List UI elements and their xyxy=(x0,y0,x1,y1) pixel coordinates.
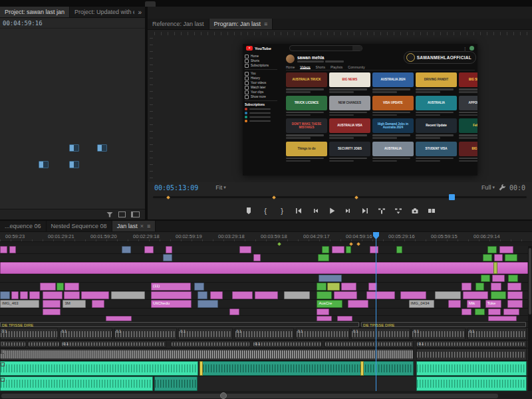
timeline-clip[interactable] xyxy=(334,291,357,299)
scrollbar-handle[interactable] xyxy=(529,248,531,315)
timeline-clip[interactable] xyxy=(494,254,503,261)
timeline-clip[interactable]: 0.1 xyxy=(351,328,410,340)
timeline-clip[interactable]: 0.1 xyxy=(467,328,527,340)
timeline-clip[interactable]: DE TPISSE DIRE xyxy=(361,322,526,327)
timeline-clip[interactable] xyxy=(0,246,7,253)
timeline-clip[interactable] xyxy=(507,300,523,308)
panel-menu-icon[interactable]: ≡ xyxy=(264,21,267,27)
panel-menu-icon[interactable]: ≡ xyxy=(147,223,150,229)
scrollbar-handle[interactable] xyxy=(1,394,498,398)
timeline-clip[interactable] xyxy=(81,291,108,299)
timeline-clip[interactable]: Toke xyxy=(485,300,502,308)
timeline-clip[interactable] xyxy=(463,291,489,299)
timeline-clip[interactable] xyxy=(154,376,198,391)
timeline-clip[interactable] xyxy=(396,246,403,253)
timeline-clip[interactable] xyxy=(239,246,251,253)
go-to-in-button[interactable] xyxy=(294,206,303,215)
timeline-clip[interactable] xyxy=(416,348,527,360)
timeline-clip[interactable]: 3M xyxy=(63,300,86,308)
timeline-clip[interactable] xyxy=(28,340,60,348)
timeline-clip[interactable]: 0.1 xyxy=(0,328,58,340)
timeline-clip[interactable] xyxy=(346,246,351,253)
timeline-clip[interactable]: 0.1 xyxy=(412,328,466,340)
program-scrubber[interactable] xyxy=(148,193,532,201)
timeline-clip[interactable] xyxy=(488,316,517,321)
timeline-tab[interactable]: ...equence 06 xyxy=(0,221,47,231)
timeline-clip[interactable] xyxy=(488,309,501,315)
mark-out-button[interactable]: } xyxy=(277,206,287,215)
timeline-clip[interactable] xyxy=(200,361,203,376)
zoom-knob[interactable] xyxy=(220,392,227,399)
timeline-clip[interactable] xyxy=(144,246,154,253)
timeline-clip[interactable]: UltChedu xyxy=(151,300,192,308)
timeline-playhead[interactable] xyxy=(376,232,376,391)
timeline-clip[interactable]: DE TPISSE DIRE xyxy=(0,322,359,327)
timeline-clip[interactable] xyxy=(43,309,61,315)
program-playhead-handle[interactable] xyxy=(449,194,455,200)
timeline-clip[interactable] xyxy=(253,254,261,261)
timeline-clip[interactable] xyxy=(508,275,518,282)
settings-wrench-icon[interactable] xyxy=(497,184,507,192)
timeline-clip[interactable] xyxy=(43,300,61,308)
sequence-marker[interactable] xyxy=(349,242,353,246)
timeline-clip[interactable] xyxy=(64,291,80,299)
timeline-horizontal-scrollbar[interactable] xyxy=(1,392,524,399)
playback-resolution-select[interactable]: Full ▾ xyxy=(481,184,495,191)
timeline-clip[interactable] xyxy=(317,291,332,299)
timeline-clip[interactable] xyxy=(492,275,505,282)
timeline-clip[interactable]: 0.1 xyxy=(60,328,112,340)
timeline-clip[interactable] xyxy=(65,283,79,291)
timeline-clip[interactable] xyxy=(111,291,145,299)
timeline-vertical-scrollbar[interactable] xyxy=(528,246,532,391)
timeline-clip[interactable] xyxy=(499,246,513,253)
timeline-clip[interactable] xyxy=(462,309,471,315)
comparison-view-button[interactable] xyxy=(427,206,436,215)
timeline-clip[interactable] xyxy=(92,300,104,308)
timeline-clip[interactable] xyxy=(194,283,204,291)
timeline-clip[interactable] xyxy=(106,316,132,321)
timeline-clip[interactable] xyxy=(448,300,461,308)
sequence-marker[interactable] xyxy=(277,242,281,246)
step-back-button[interactable] xyxy=(311,206,320,215)
timeline-clip[interactable] xyxy=(360,361,364,376)
add-marker-button[interactable] xyxy=(244,206,253,215)
timeline-clip[interactable] xyxy=(325,340,414,348)
timeline-clip[interactable] xyxy=(493,262,497,274)
new-item-icon[interactable] xyxy=(131,211,140,217)
timeline-clip[interactable] xyxy=(43,291,63,299)
project-tab[interactable]: Project: sawan last jan xyxy=(0,7,70,17)
timeline-clip[interactable] xyxy=(481,275,490,282)
timeline-clip[interactable] xyxy=(505,254,517,261)
timeline-clip[interactable] xyxy=(198,291,207,299)
timeline-clip[interactable]: 0.1 xyxy=(253,340,321,348)
project-tab[interactable]: Project: Updated with extra line xyxy=(70,7,134,17)
step-forward-button[interactable] xyxy=(344,206,353,215)
timeline-clip[interactable] xyxy=(229,309,239,315)
timeline-clip[interactable] xyxy=(122,246,131,253)
close-tab-icon[interactable]: × xyxy=(140,223,144,229)
timeline-clip[interactable]: 0.1 xyxy=(416,340,527,348)
timeline-clip[interactable] xyxy=(487,246,497,253)
clip-icon[interactable] xyxy=(97,144,107,152)
timeline-clip[interactable]: 0.1 xyxy=(235,328,295,340)
timeline-ruler[interactable]: 00:59:2300:01:29:2100:01:59:2000:02:29:1… xyxy=(0,232,532,242)
timeline-clip[interactable] xyxy=(327,283,340,291)
scrubber-marker[interactable] xyxy=(272,196,276,200)
timeline-clip[interactable] xyxy=(284,291,310,299)
timeline-clip[interactable] xyxy=(0,361,198,376)
timeline-clip[interactable]: AusCre xyxy=(317,300,342,308)
timeline-clip[interactable] xyxy=(507,283,521,291)
program-tab[interactable]: Reference: Jan last xyxy=(148,19,209,29)
timeline-clip[interactable] xyxy=(163,254,172,261)
timeline-clip[interactable]: IMG_0434 xyxy=(409,300,435,308)
new-bin-icon[interactable] xyxy=(118,211,126,217)
timeline-clip[interactable] xyxy=(332,246,344,253)
clip-icon[interactable] xyxy=(39,161,49,168)
timeline-clip[interactable] xyxy=(232,291,253,299)
timeline-clip[interactable] xyxy=(400,291,426,299)
timeline-clip[interactable] xyxy=(348,300,368,308)
timeline-clip[interactable] xyxy=(0,348,414,360)
timeline-clip[interactable] xyxy=(9,246,16,253)
sequence-marker[interactable] xyxy=(356,242,360,246)
timeline-clip[interactable] xyxy=(337,316,352,321)
